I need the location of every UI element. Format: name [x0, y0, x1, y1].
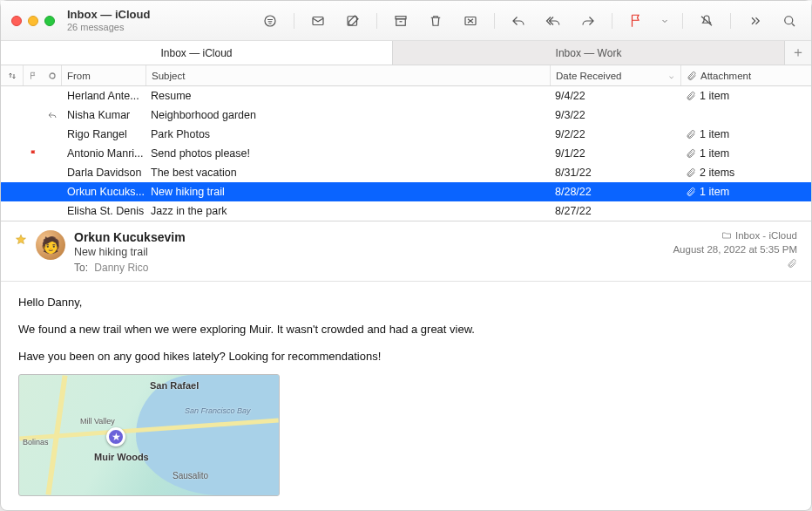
row-date: 8/28/22 [550, 186, 680, 198]
row-date: 9/1/22 [550, 147, 680, 160]
folder-icon [721, 230, 732, 241]
message-row[interactable]: Rigo RangelPark Photos9/2/221 item [1, 125, 811, 144]
read-column-header[interactable] [43, 65, 62, 85]
window-controls [11, 16, 55, 26]
map-city-label: Bolinas [23, 436, 49, 448]
delete-button[interactable] [424, 11, 447, 31]
maximize-window-button[interactable] [44, 16, 55, 26]
row-subject: Jazz in the park [145, 205, 550, 217]
row-attachment: 1 item [680, 186, 811, 198]
flag-icon [29, 149, 38, 159]
detail-folder-label: Inbox - iCloud [735, 230, 797, 241]
message-list: Herland Ante...Resume9/4/221 itemNisha K… [1, 86, 811, 221]
row-date: 8/27/22 [550, 205, 680, 217]
row-date: 9/2/22 [550, 128, 680, 140]
map-city-label: Sausalito [173, 469, 208, 483]
paperclip-icon [686, 187, 696, 197]
row-subject: Park Photos [145, 128, 550, 140]
message-row[interactable]: Herland Ante...Resume9/4/221 item [1, 86, 811, 106]
reply-button[interactable] [507, 11, 530, 31]
message-row[interactable]: Darla DavidsonThe best vacation8/31/222 … [1, 163, 811, 182]
new-message-button[interactable] [307, 11, 329, 31]
close-window-button[interactable] [11, 16, 22, 26]
window-title: Inbox — iCloud [67, 9, 150, 22]
body-paragraph: We found a new trail when we were explor… [18, 321, 794, 339]
from-column-header[interactable]: From [62, 71, 145, 81]
row-from: Nisha Kumar [62, 109, 145, 121]
flag-menu-chevron-icon[interactable] [660, 11, 670, 31]
row-from: Orkun Kucuks... [62, 186, 145, 198]
detail-to-line: To: Danny Rico [74, 262, 664, 274]
row-attachment-text: 1 item [700, 186, 729, 198]
attachment-icon[interactable] [787, 258, 797, 269]
forward-button[interactable] [577, 11, 599, 31]
toolbar [259, 11, 801, 31]
map-city-label: San Rafael [150, 378, 199, 394]
row-attachment-text: 1 item [700, 147, 729, 160]
filter-button[interactable] [259, 11, 281, 31]
svg-point-0 [265, 16, 275, 26]
row-date: 8/31/22 [550, 167, 680, 179]
toolbar-separator [376, 13, 377, 29]
mute-button[interactable] [695, 11, 718, 31]
row-from: Darla Davidson [62, 167, 145, 179]
subject-column-header[interactable]: Subject [145, 65, 550, 85]
message-row[interactable]: Orkun Kucuks...New hiking trail8/28/221 … [1, 182, 811, 201]
map-pin-label: Muir Woods [94, 450, 149, 466]
junk-button[interactable] [459, 11, 482, 31]
column-headers: From Subject Date Received⌵ Attachment [1, 65, 811, 86]
paperclip-icon [686, 91, 696, 101]
toolbar-separator [730, 13, 731, 29]
compose-button[interactable] [342, 11, 364, 31]
body-paragraph: Hello Danny, [18, 294, 794, 312]
vip-star-icon[interactable] [15, 234, 27, 246]
row-from: Elisha St. Denis [62, 205, 145, 217]
more-toolbar-button[interactable] [743, 11, 766, 31]
title-block: Inbox — iCloud 26 messages [67, 9, 150, 33]
attachment-column-header[interactable]: Attachment [680, 65, 811, 85]
detail-timestamp: August 28, 2022 at 5:35 PM [673, 244, 797, 255]
map-attachment[interactable]: ★ Muir Woods San Rafael Sausalito Mill V… [18, 374, 280, 496]
row-from: Antonio Manri... [62, 147, 145, 160]
tab-label: Inbox — iCloud [160, 47, 232, 59]
tab-inbox-icloud[interactable]: Inbox — iCloud [1, 41, 393, 65]
svg-rect-4 [396, 18, 406, 25]
toolbar-separator [494, 13, 495, 29]
toolbar-separator [612, 13, 612, 29]
date-column-label: Date Received [556, 71, 621, 81]
minimize-window-button[interactable] [28, 16, 38, 26]
attachment-column-label: Attachment [700, 71, 751, 81]
message-row[interactable]: Antonio Manri...Send photos please!9/1/2… [1, 144, 811, 163]
svg-point-6 [785, 16, 793, 24]
archive-button[interactable] [389, 11, 412, 31]
reply-all-button[interactable] [542, 11, 565, 31]
tab-label: Inbox — Work [556, 47, 622, 59]
sender-avatar[interactable]: 🧑 [36, 230, 65, 260]
date-column-header[interactable]: Date Received⌵ [550, 65, 680, 85]
map-bay-label: San Francisco Bay [185, 405, 251, 417]
flag-column-header[interactable] [24, 72, 43, 80]
detail-header: 🧑 Orkun Kucuksevim New hiking trail To: … [1, 221, 811, 282]
sort-column-button[interactable] [1, 65, 24, 85]
row-subject: New hiking trail [145, 186, 550, 198]
detail-folder-tag[interactable]: Inbox - iCloud [721, 230, 797, 241]
tab-inbox-work[interactable]: Inbox — Work [393, 41, 785, 65]
search-button[interactable] [778, 11, 801, 31]
new-tab-button[interactable]: ＋ [785, 41, 811, 65]
message-row[interactable]: Elisha St. DenisJazz in the park8/27/22 [1, 201, 811, 221]
message-detail-pane: 🧑 Orkun Kucuksevim New hiking trail To: … [1, 221, 811, 510]
row-attachment-text: 1 item [700, 90, 729, 102]
message-row[interactable]: Nisha KumarNeighborhood garden9/3/22 [1, 106, 811, 125]
detail-sender: Orkun Kucuksevim [74, 230, 664, 244]
row-status-cell [43, 110, 62, 120]
row-from: Herland Ante... [62, 90, 145, 102]
detail-header-right: Inbox - iCloud August 28, 2022 at 5:35 P… [673, 230, 797, 274]
row-attachment: 2 items [680, 167, 811, 179]
to-label: To: [74, 262, 88, 274]
row-attachment-text: 2 items [700, 167, 734, 179]
toolbar-separator [294, 13, 294, 29]
paperclip-icon [686, 148, 696, 159]
body-paragraph: Have you been on any good hikes lately? … [18, 348, 794, 366]
subject-column-label: Subject [152, 71, 185, 81]
flag-button[interactable] [625, 11, 647, 31]
